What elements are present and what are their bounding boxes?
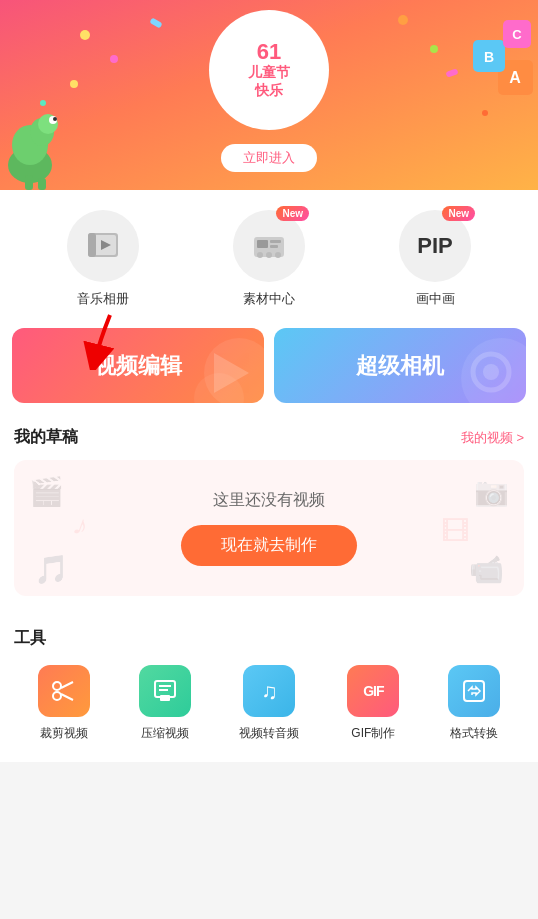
material-center-icon-circle: New [233,210,305,282]
convert-icon [461,678,487,704]
draft-deco-film2: 🎞 [441,515,469,548]
pip-icon-circle: New PIP [399,210,471,282]
compress-video-icon [139,665,191,717]
banner-dino-decor [0,80,75,190]
format-convert-label: 格式转换 [450,725,498,742]
video-audio-label: 视频转音频 [239,725,299,742]
tools-grid: 裁剪视频 压缩视频 ♫ [14,665,524,742]
draft-empty-text: 这里还没有视频 [213,490,325,511]
svg-rect-19 [257,240,268,248]
compress-icon [152,678,178,704]
confetti-decor [110,55,118,63]
svg-line-31 [61,682,73,688]
svg-rect-20 [270,240,281,243]
banner-circle: 61 儿童节 快乐 [209,10,329,130]
draft-empty-area: 🎬 ♪ 📷 🎞 📹 🎵 这里还没有视频 现在就去制作 [14,460,524,596]
svg-text:♫: ♫ [261,679,278,704]
banner-blocks-decor: A B C [463,10,538,110]
music-album-icon-circle [67,210,139,282]
material-new-badge: New [276,206,309,221]
tool-cut-video[interactable]: 裁剪视频 [38,665,90,742]
svg-point-24 [275,252,281,258]
main-content: 音乐相册 New 素材中心 New PIP [0,190,538,762]
cut-video-icon [38,665,90,717]
svg-point-30 [53,692,61,700]
super-camera-button[interactable]: 超级相机 [274,328,526,403]
confetti-decor [430,45,438,53]
arrow-indicator [80,310,140,370]
draft-deco-music: ♪ [69,509,93,544]
tools-section: 工具 裁剪视频 [0,614,538,762]
banner-title: 儿童节 快乐 [248,63,290,99]
confetti-decor [482,110,488,116]
draft-deco-film: 🎬 [29,475,64,508]
music-album-icon [84,227,122,265]
draft-header: 我的草稿 我的视频 > [14,427,524,448]
svg-rect-6 [25,175,33,190]
music-note-icon: ♫ [256,678,282,704]
tool-video-audio[interactable]: ♫ 视频转音频 [239,665,299,742]
tool-format-convert[interactable]: 格式转换 [448,665,500,742]
draft-deco-video: 📹 [469,553,504,586]
svg-rect-36 [160,695,170,701]
music-album-label: 音乐相册 [77,290,129,308]
gif-icon: GIF [347,665,399,717]
gif-label: GIF制作 [351,725,395,742]
cut-video-label: 裁剪视频 [40,725,88,742]
tool-compress-video[interactable]: 压缩视频 [139,665,191,742]
material-center-label: 素材中心 [243,290,295,308]
material-center-icon [250,227,288,265]
svg-marker-26 [214,353,249,393]
svg-point-28 [483,364,499,380]
compress-video-label: 压缩视频 [141,725,189,742]
my-videos-link[interactable]: 我的视频 > [461,429,524,447]
svg-point-23 [266,252,272,258]
confetti-decor [398,15,408,25]
pip-label-text: PIP [417,233,452,259]
svg-rect-7 [38,178,46,190]
gif-badge-text: GIF [363,683,383,699]
video-audio-icon: ♫ [243,665,295,717]
svg-text:C: C [512,27,522,42]
tools-title: 工具 [14,628,524,649]
tool-gif[interactable]: GIF GIF制作 [347,665,399,742]
draft-title: 我的草稿 [14,427,78,448]
draft-deco-note: 🎵 [34,553,69,586]
svg-text:A: A [509,69,521,86]
format-convert-icon [448,665,500,717]
pip-new-badge: New [442,206,475,221]
scissors-icon [51,678,77,704]
draft-deco-camera: 📷 [474,475,509,508]
banner-cta-button[interactable]: 立即进入 [221,144,317,172]
svg-line-32 [61,694,73,700]
pip-label: 画中画 [416,290,455,308]
draft-section: 我的草稿 我的视频 > 🎬 ♪ 📷 🎞 📹 🎵 这里还没有视频 现在就去制作 [0,413,538,606]
action-row-wrapper: 视频编辑 超级相机 [0,328,538,403]
camera-deco-icon [469,350,514,395]
svg-text:B: B [484,49,494,65]
svg-rect-16 [88,233,96,257]
feature-icon-grid: 音乐相册 New 素材中心 New PIP [0,190,538,318]
super-camera-label: 超级相机 [356,351,444,381]
svg-point-22 [257,252,263,258]
pip-item[interactable]: New PIP 画中画 [399,210,471,308]
svg-point-29 [53,682,61,690]
video-edit-deco-icon [204,348,254,398]
confetti-decor [80,30,90,40]
svg-rect-21 [270,245,278,248]
make-now-button[interactable]: 现在就去制作 [181,525,357,566]
music-album-item[interactable]: 音乐相册 [67,210,139,308]
banner[interactable]: A B C 61 儿童节 快乐 立即进入 [0,0,538,190]
svg-point-5 [53,117,57,121]
material-center-item[interactable]: New 素材中心 [233,210,305,308]
banner-number: 61 [257,41,281,63]
